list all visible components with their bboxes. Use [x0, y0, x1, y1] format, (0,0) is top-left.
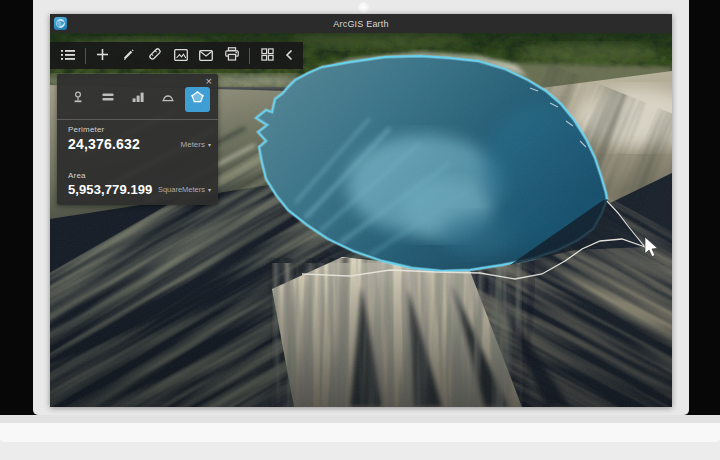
- table-of-contents-icon: [61, 47, 75, 65]
- snapshot-button[interactable]: [168, 42, 194, 69]
- add-data-icon: [96, 47, 109, 65]
- perimeter-unit-dropdown[interactable]: Meters ▾: [181, 140, 211, 149]
- laptop-base-bottom: [0, 442, 720, 460]
- email-button[interactable]: [193, 42, 219, 69]
- tab-measure-dome[interactable]: [155, 87, 180, 112]
- area-unit-label: SquareMeters: [158, 185, 205, 194]
- email-icon: [199, 47, 213, 65]
- table-of-contents-button[interactable]: [55, 42, 81, 69]
- toolbar-separator: [85, 48, 86, 64]
- collapse-toolbar-button[interactable]: [280, 42, 298, 69]
- laptop-base-front: [0, 423, 720, 442]
- collapse-icon: [285, 47, 293, 65]
- panel-divider: [57, 119, 218, 120]
- tab-measure-area[interactable]: [185, 87, 210, 112]
- measure-distance-icon: [101, 90, 115, 108]
- perimeter-value: 24,376.632: [68, 136, 140, 152]
- toolbar-separator: [249, 48, 250, 64]
- draw-button[interactable]: [116, 42, 142, 69]
- perimeter-unit-label: Meters: [181, 140, 205, 149]
- chevron-down-icon: ▾: [208, 141, 211, 148]
- laptop-base-band: [0, 415, 720, 423]
- arcgis-earth-window: ArcGIS Earth: [50, 14, 672, 407]
- laptop-mockup: ArcGIS Earth: [0, 0, 720, 460]
- area-label: Area: [68, 171, 86, 180]
- snapshot-icon: [174, 47, 188, 65]
- measure-area-icon: [190, 90, 205, 109]
- area-unit-dropdown[interactable]: SquareMeters ▾: [158, 185, 211, 194]
- add-data-button[interactable]: [90, 42, 116, 69]
- print-button[interactable]: [219, 42, 245, 69]
- measure-dome-icon: [161, 90, 175, 108]
- webcam-dot: [358, 2, 369, 13]
- tab-measure-elevation[interactable]: [125, 87, 150, 112]
- title-bar: ArcGIS Earth: [50, 14, 672, 33]
- measure-tabs: [65, 86, 210, 112]
- tab-measure-location[interactable]: [65, 87, 90, 112]
- apps-grid-button[interactable]: [254, 42, 280, 69]
- draw-icon: [122, 47, 135, 65]
- apps-grid-icon: [261, 47, 274, 65]
- measure-button[interactable]: [142, 42, 168, 69]
- perimeter-label: Perimeter: [68, 125, 104, 134]
- measure-panel: ×: [57, 74, 218, 205]
- measure-icon: [148, 47, 162, 65]
- chevron-down-icon: ▾: [208, 186, 211, 193]
- measure-location-icon: [71, 90, 85, 108]
- window-title: ArcGIS Earth: [50, 19, 672, 29]
- main-toolbar: [50, 42, 303, 69]
- print-icon: [225, 47, 239, 65]
- measure-elevation-icon: [131, 90, 145, 108]
- area-value: 5,953,779.199: [68, 182, 152, 197]
- tab-measure-distance[interactable]: [95, 87, 120, 112]
